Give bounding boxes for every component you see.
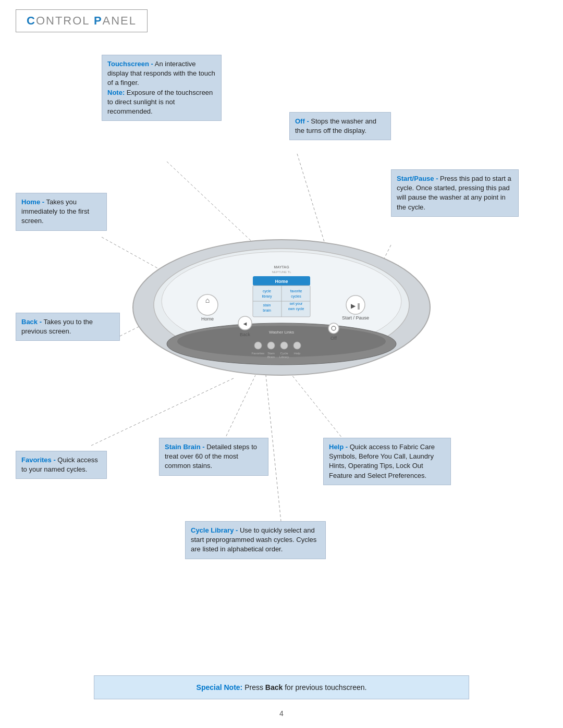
washer-panel-svg: MAYTAG NEPTUNE TL Home cycle library fav… [130,224,433,380]
svg-point-42 [254,342,262,349]
washer-diagram: MAYTAG NEPTUNE TL Home cycle library fav… [130,224,433,380]
special-note-label: Special Note: [197,683,243,692]
page-title: CONTROL PANEL [16,9,148,32]
stainbrain-annotation: Stain Brain - Detailed steps to treat ov… [159,438,268,476]
help-annotation: Help - Quick access to Fabric Care Symbo… [323,438,451,485]
svg-point-45 [293,342,301,349]
svg-text:Favorites: Favorites [252,352,265,355]
svg-text:Home: Home [275,279,288,284]
page-number: 4 [279,709,284,718]
svg-point-38 [328,323,339,334]
svg-text:MAYTAG: MAYTAG [274,265,289,269]
svg-text:favorite: favorite [290,289,302,293]
favorites-label: Favorites - [21,456,56,464]
svg-text:NEPTUNE TL: NEPTUNE TL [272,270,291,274]
svg-point-43 [267,342,275,349]
startpause-annotation: Start/Pause - Press this pad to start a … [391,169,519,217]
svg-text:Start / Pause: Start / Pause [342,315,369,320]
svg-text:Cycle: Cycle [280,352,288,355]
startpause-label: Start/Pause - [397,175,438,182]
off-label: Off - [295,117,309,125]
special-note-text: Press [244,683,265,692]
special-note-text2: for previous touchscreen. [285,683,366,692]
svg-text:stain: stain [263,303,271,307]
cyclelibrary-annotation: Cycle Library - Use to quickly select an… [185,521,326,559]
help-label-text: Help - [329,443,348,451]
cyclelibrary-label: Cycle Library - [191,526,238,534]
home-annotation: Home - Takes you immediately to the firs… [16,193,107,231]
svg-text:Stain: Stain [267,352,275,355]
svg-text:◄: ◄ [242,320,248,327]
svg-text:⌂: ⌂ [205,296,210,304]
svg-text:Off: Off [331,336,337,341]
touchscreen-note-label: Note: [107,89,125,96]
stainbrain-label: Stain Brain - [165,443,205,451]
touchscreen-label: Touchscreen - [107,60,153,68]
svg-text:Brain: Brain [267,355,275,359]
svg-line-5 [224,375,255,440]
svg-text:▶ ‖: ▶ ‖ [351,302,360,310]
svg-text:Back: Back [240,332,251,337]
svg-text:cycles: cycles [291,294,301,299]
svg-point-44 [280,342,288,349]
touchscreen-annotation: Touchscreen - An interactive display tha… [102,55,222,121]
title-cap-p: P [94,14,103,27]
svg-text:Washer Links: Washer Links [269,330,294,335]
off-annotation: Off - Stops the washer and the turns off… [289,112,391,140]
svg-text:brain: brain [263,309,271,312]
svg-line-7 [91,378,235,446]
back-label: Back - [21,318,42,326]
title-cap-c: C [27,14,36,27]
svg-text:Help: Help [294,352,301,355]
svg-text:Home: Home [201,316,214,322]
svg-text:set your: set your [290,302,303,306]
svg-text:Library: Library [279,355,289,359]
svg-line-6 [292,375,344,440]
special-note-bold: Back [265,683,283,692]
special-note: Special Note: Press Back for previous to… [94,675,469,699]
svg-text:own cycle: own cycle [288,307,304,311]
back-annotation: Back - Takes you to the previous screen. [16,313,120,341]
svg-text:cycle: cycle [263,289,271,293]
favorites-annotation: Favorites - Quick access to your named c… [16,451,107,479]
svg-text:library: library [262,294,272,299]
home-label: Home - [21,198,44,206]
